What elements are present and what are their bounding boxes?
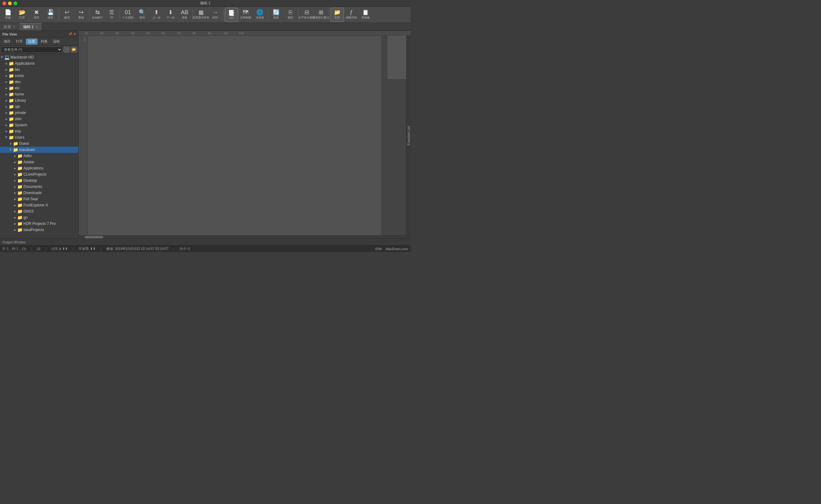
toolbar-btn-list[interactable]: ☰列 (105, 8, 118, 22)
tab-close-welcome[interactable]: ✕ (13, 25, 15, 28)
toolbar-btn-browser[interactable]: 🌐浏览器 (253, 8, 266, 22)
horizontal-scrollbar[interactable] (79, 235, 410, 238)
file-nav-remote[interactable]: 远程 (51, 39, 62, 45)
toolbar-btn-prev[interactable]: ⬆上一步 (149, 8, 163, 22)
tree-item-adobe[interactable]: ▶ 📁 Adobe (0, 159, 78, 165)
status-size: 大小: 0 (179, 246, 190, 251)
tree-item-guest[interactable]: ▶ 📁 Guest (0, 140, 78, 147)
toolbar-btn-undo[interactable]: ↩撤消 (60, 8, 74, 22)
tree-arrow-library: ▶ (4, 98, 9, 103)
tree-icon-desktop: 📁 (17, 178, 22, 183)
filter-folder-btn[interactable]: 📂 (71, 47, 77, 53)
tree-icon-fontexplorer: 📁 (17, 203, 22, 208)
toolbar-btn-next[interactable]: ⬇下一步 (164, 8, 177, 22)
toolbar-btn-autowrap[interactable]: ⇆自动换行 (91, 8, 104, 22)
toolbar-btn-docmap[interactable]: 🗺文档地图 (239, 8, 252, 22)
status-lf: LF (37, 247, 41, 251)
tree-arrow-go: ▶ (13, 215, 17, 220)
toolbar-btn-find[interactable]: 🔍查找 (135, 8, 149, 22)
toolbar-btn-new[interactable]: 📄新建 (1, 8, 15, 22)
tree-item-etc[interactable]: ▶ 📁 etc (0, 85, 78, 91)
tab-close-editor1[interactable]: ✕ (35, 26, 38, 29)
tree-arrow-dev: ▶ (4, 80, 9, 84)
toolbar-btn-highlight[interactable]: ▦高亮显示所有 (194, 8, 208, 22)
toolbar-btn-hex[interactable]: 01十六进制 (121, 8, 135, 22)
tree-icon-sbin: 📁 (9, 116, 14, 121)
tree-item-fontexplorer[interactable]: ▶ 📁 FontExplorer X (0, 202, 78, 208)
tree-arrow-etc: ▶ (4, 86, 9, 90)
toolbar-btn-save[interactable]: 💾保存 (44, 8, 57, 22)
toolbar-btn-goto[interactable]: →转到 (208, 8, 222, 22)
sidebar-close-icon[interactable]: ✕ (73, 32, 76, 36)
toolbar-btn-funclist[interactable]: ƒ函数列表 (344, 8, 358, 22)
toolbar-btn-redo[interactable]: ↪重做 (74, 8, 88, 22)
tree-item-sbin[interactable]: ▶ 📁 sbin (0, 116, 78, 122)
function-list-panel[interactable]: Function List (406, 36, 410, 235)
toolbar-btn-close[interactable]: ✖关闭 (30, 8, 43, 22)
tree-item-private[interactable]: ▶ 📁 private (0, 110, 78, 116)
toolbar-btn-clipboard[interactable]: 📋剪贴板 (359, 8, 372, 22)
tree-item-documents[interactable]: ▶ 📁 Documents (0, 184, 78, 190)
tree-item-tmp[interactable]: ▶ 📁 tmp (0, 128, 78, 134)
tree-arrow-hdr: ▶ (13, 222, 17, 226)
tab-editor1[interactable]: 编辑 1✕ (19, 23, 42, 30)
tree-arrow-fontexplorer: ▶ (13, 203, 17, 207)
tree-icon-bin: 📁 (9, 67, 14, 72)
tree-item-ideaprojects[interactable]: ▶ 📁 IdeaProjects (0, 227, 78, 233)
tree-item-dev[interactable]: ▶ 📁 dev (0, 79, 78, 85)
scrollbar-thumb[interactable] (85, 236, 103, 238)
tree-item-clionprojects[interactable]: ▶ 📁 CLionProjects (0, 171, 78, 177)
tree-item-users[interactable]: ▶ 📁 Users (0, 134, 78, 140)
toolbar-btn-file[interactable]: 📁文件 (330, 8, 344, 22)
close-button[interactable] (2, 2, 6, 5)
status-encoding[interactable]: UTF-8 ⬆⬇ (51, 247, 68, 251)
filter-options-btn[interactable]: ⋯ (63, 47, 70, 53)
tree-item-cores[interactable]: ▶ 📁 cores (0, 73, 78, 79)
tree-item-home[interactable]: ▶ 📁 home (0, 91, 78, 97)
ruler-mark: 30 (116, 32, 131, 35)
status-add[interactable]: 不加亮 ⬆⬇ (79, 246, 95, 251)
toolbar-btn-refresh[interactable]: 🔄刷新 (269, 8, 283, 22)
tree-item-gns3[interactable]: ▶ 📁 GNS3 (0, 208, 78, 214)
tree-item-desktop[interactable]: ▶ 📁 Desktop (0, 177, 78, 184)
tree-arrow-macintosh-hd: ▶ (0, 55, 4, 59)
file-nav-project[interactable]: 项目 (1, 39, 13, 45)
tree-label-bin: bin (15, 67, 20, 72)
maximize-button[interactable] (14, 2, 17, 5)
editor-area: 102030405060708090100110 1 Function List (79, 31, 410, 238)
tree-item-applications2[interactable]: ▶ 📁 Applications (0, 165, 78, 171)
file-nav-list[interactable]: 列表 (38, 39, 50, 45)
code-content[interactable] (88, 36, 381, 235)
toolbar-btn-hsplit[interactable]: ⊟水平拆分窗口 (300, 8, 313, 22)
tree-item-library[interactable]: ▶ 📁 Library (0, 97, 78, 104)
tree-item-macintosh-hd[interactable]: ▶ 💻 Macintosh HD (0, 54, 78, 60)
tree-icon-cores: 📁 (9, 73, 14, 78)
tree-item-opt[interactable]: ▶ 📁 opt (0, 104, 78, 110)
file-filter-select[interactable]: 所有文件 (*) (1, 47, 62, 53)
toolbar-btn-replace[interactable]: AB替换 (178, 8, 191, 22)
tree-item-bin[interactable]: ▶ 📁 bin (0, 67, 78, 73)
tree-icon-system: 📁 (9, 123, 14, 128)
ruler-mark: 10 (85, 32, 100, 35)
tree-item-macdown[interactable]: ▶ 📁 macdown (0, 147, 78, 153)
tree-arrow-users: ▶ (4, 135, 9, 140)
sidebar-pin-icon[interactable]: 📌 (68, 32, 72, 36)
tree-item-system[interactable]: ▶ 📁 System (0, 122, 78, 128)
file-nav-location[interactable]: 位置 (26, 39, 38, 45)
toolbar-btn-copy[interactable]: ⎘复制 (283, 8, 297, 22)
file-nav-open[interactable]: 打开 (14, 39, 25, 45)
minimize-button[interactable] (8, 2, 12, 5)
toolbar-btn-vsplit[interactable]: ⊞垂直拆分窗口 (314, 8, 327, 22)
tree-item-applications[interactable]: ▶ 📁 Applications (0, 60, 78, 67)
toolbar-btn-lci[interactable]: 📑LCI (225, 8, 238, 22)
tree-item-adlm[interactable]: ▶ 📁 Adlm (0, 153, 78, 159)
tree-item-downloads[interactable]: ▶ 📁 Downloads (0, 190, 78, 196)
copy-icon: ⎘ (289, 10, 292, 15)
ruler-mark: 50 (146, 32, 162, 35)
tree-item-go[interactable]: ▶ 📁 go (0, 214, 78, 221)
toolbar-btn-open[interactable]: 📂打开 (15, 8, 29, 22)
tree-item-fellseal[interactable]: ▶ 📁 Fell Seal (0, 196, 78, 202)
tree-arrow-desktop: ▶ (13, 178, 17, 183)
tree-item-hdr[interactable]: ▶ 📁 HDR Projects 7 Pro (0, 221, 78, 227)
tab-welcome[interactable]: 欢迎✕ (0, 23, 19, 30)
